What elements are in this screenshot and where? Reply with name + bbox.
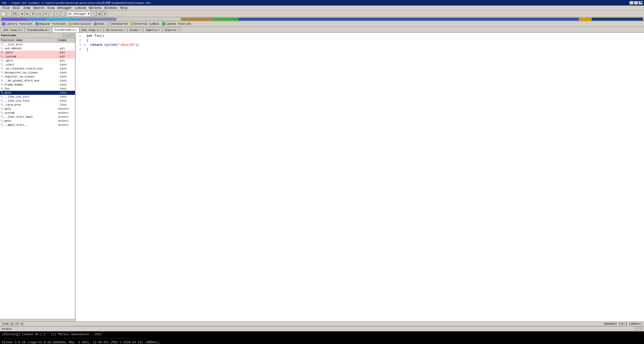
tab-label-pseudocode-a: Pseudocode-A (55, 28, 74, 31)
attach-button[interactable]: ⚡ (91, 11, 96, 16)
maximize-button[interactable]: □ (634, 1, 638, 5)
function-row[interactable]: 🔧 puts extern (0, 107, 75, 111)
function-row[interactable]: 🔧 __libc_csu_init .text (0, 95, 75, 99)
menu-view[interactable]: View (46, 6, 56, 10)
function-row[interactable]: 🔧 deregister_tm_clones .text (0, 71, 75, 75)
kw-int: int (87, 34, 92, 38)
tab-close-structures[interactable]: ✕ (124, 29, 125, 31)
seg-reg (27, 18, 46, 21)
legend-label-regular: Regular function (39, 22, 66, 25)
output-float-icon[interactable]: ↗ (634, 327, 638, 331)
step-button[interactable]: ↓ (49, 11, 54, 16)
menu-help[interactable]: Help (119, 6, 129, 10)
functions-scrollbar-h[interactable] (0, 319, 75, 321)
tab-ida-view-a[interactable]: IDA View-A ✕ (1, 27, 24, 32)
menu-search[interactable]: Search (32, 6, 46, 10)
func-segment-label: .text (57, 91, 75, 95)
function-row[interactable]: 🔧 _term_proc .fini (0, 103, 75, 107)
menu-debugger[interactable]: Debugger (56, 6, 73, 10)
tab-close-ida-view-a[interactable]: ✕ (21, 29, 22, 31)
tab-pseudocode-b[interactable]: Pseudocode-B ✕ (25, 27, 52, 32)
legend-bar: Library function Regular function Instru… (0, 21, 644, 27)
run-button[interactable]: ▶ (38, 11, 43, 16)
debugger-dropdown[interactable]: No debugger ▼ (67, 12, 91, 16)
function-row[interactable]: 🔧 __libc_csu_fini .text (0, 99, 75, 103)
stepover-button[interactable]: ↷ (54, 11, 59, 16)
menu-lumina[interactable]: Lumina (73, 6, 87, 10)
func-arrow-icon: 🔧 (0, 91, 4, 94)
panel-detach-icon[interactable]: □ (62, 34, 66, 37)
menu-options[interactable]: Options (87, 6, 103, 10)
function-row[interactable]: 🔧 __gmon_start__ extern (0, 123, 75, 127)
panel-float-icon[interactable]: ↗ (66, 34, 70, 37)
tab-close-hex-view-1[interactable]: ✕ (100, 29, 101, 31)
tab-exports[interactable]: Exports ✕ (163, 27, 181, 32)
function-row[interactable]: 🔧 system extern (0, 111, 75, 115)
function-row[interactable]: 🔧 _start .text (0, 63, 75, 67)
function-row[interactable]: 🔧 _gets .plt (0, 59, 75, 63)
minimize-button[interactable]: ─ (629, 1, 633, 5)
function-row[interactable]: 🔧 __do_global_dtors_aux .text (0, 79, 75, 83)
detach-button[interactable]: 🔌 (97, 11, 102, 16)
code-area[interactable]: 1 int fun() 2 { 3 ● return system("/bin/… (75, 33, 644, 321)
function-row[interactable]: 🔧 _puts .plt (0, 51, 75, 55)
legend-regular: Regular function (35, 22, 66, 25)
function-row[interactable]: 🔧 fun .text (0, 87, 75, 91)
function-row[interactable]: 🔧 __libc_start_main extern (0, 115, 75, 119)
menu-edit[interactable]: Edit (11, 6, 22, 10)
func-call-system: system (104, 43, 116, 47)
func-name-label: gets (4, 119, 57, 123)
up-button[interactable]: ▲ (30, 11, 35, 16)
forward-button[interactable]: ▶ (25, 11, 30, 16)
stepout-button[interactable]: ↑ (60, 11, 65, 16)
func-name-label: system (4, 111, 57, 115)
tab-close-exports[interactable]: ✕ (177, 29, 179, 31)
func-name-label: deregister_tm_clones (4, 71, 57, 74)
function-row[interactable]: 🔧 __init_proc (0, 42, 75, 47)
new-button[interactable]: 📄 (1, 11, 6, 16)
menu-jump[interactable]: Jump (22, 6, 32, 10)
func-name-label: fun (4, 87, 57, 91)
function-row[interactable]: 🔧 _system .plt (0, 55, 75, 59)
dropdown-arrow[interactable]: ▼ (88, 12, 90, 15)
legend-library: Library function (2, 22, 32, 25)
tab-close-pseudocode-a[interactable]: ✕ (75, 29, 77, 31)
tab-enums[interactable]: Enums ✕ (128, 27, 143, 32)
seg-data (78, 18, 116, 21)
function-row[interactable]: 🔧 _dl_relocate_static_pie .text (0, 67, 75, 71)
seg-instr (46, 18, 78, 21)
menu-bar: File Edit Jump Search View Debugger Lumi… (0, 6, 644, 11)
save-button[interactable]: 💾 (12, 11, 17, 16)
tab-label-imports: Imports (146, 29, 157, 32)
output-title: Output (2, 327, 12, 330)
menu-windows[interactable]: Windows (103, 6, 119, 10)
legend-label-external: External symbol (134, 22, 159, 25)
function-row[interactable]: 🔧 register_tm_clones .text (0, 75, 75, 79)
function-row[interactable]: 🔧 sub_400420 .plt (0, 47, 75, 51)
tab-close-pseudocode-b[interactable]: ✕ (48, 29, 50, 31)
stop-button[interactable]: ■ (43, 11, 48, 16)
tab-close-enums[interactable]: ✕ (139, 29, 141, 31)
line-content-3: return system("/bin/sh"); (87, 43, 644, 47)
function-row[interactable]: 🔧 gets extern (0, 119, 75, 123)
func-arrow-icon: 🔧 (0, 75, 4, 78)
output-close-icon[interactable]: ✕ (638, 327, 642, 331)
func-name-label: _system (4, 55, 57, 58)
tab-close-imports[interactable]: ✕ (158, 29, 159, 31)
function-row[interactable]: 🔧 frame_dummy .text (0, 83, 75, 87)
back-button[interactable]: ◀ (19, 11, 24, 16)
tab-pseudocode-a[interactable]: Pseudocode-A ✕ (52, 27, 79, 32)
tab-hex-view-1[interactable]: Hex View-1 ✕ (80, 27, 103, 32)
function-row[interactable]: 🔧 main .text (0, 91, 75, 95)
functions-table[interactable]: Function name Segme 🔧 __init_proc 🔧 sub_… (0, 38, 75, 319)
seg-mark (579, 18, 592, 21)
func-segment-label: .text (57, 63, 75, 66)
func-segment-label: .text (57, 75, 75, 78)
panel-close-icon[interactable]: ✕ (70, 34, 74, 37)
settings-button[interactable]: ⚙ (102, 11, 107, 16)
open-button[interactable]: 📂 (7, 11, 12, 16)
tab-structures[interactable]: Structures ✕ (104, 27, 127, 32)
tab-imports[interactable]: Imports ✕ (143, 27, 162, 32)
menu-file[interactable]: File (1, 6, 11, 10)
tab-label-enums: Enums (130, 29, 138, 32)
